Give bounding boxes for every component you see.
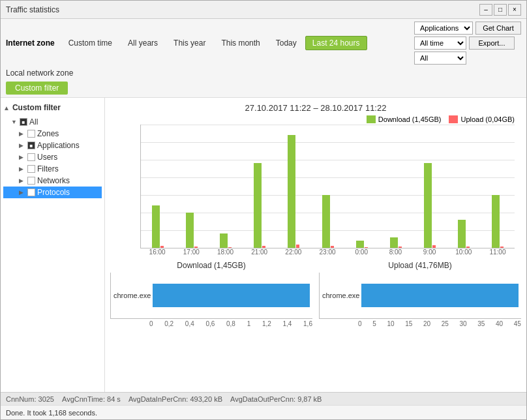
download-bar-2 — [220, 233, 228, 248]
bar-group-9 — [447, 125, 481, 248]
bar-group-4 — [277, 125, 310, 248]
status-message: Done. It took 1,168 seconds. — [6, 409, 97, 417]
tab-all-years[interactable]: All years — [121, 36, 165, 50]
tab-this-year[interactable]: This year — [166, 36, 213, 50]
collapse-icon: ▲ — [3, 104, 10, 112]
applications-checkbox[interactable]: ■ — [27, 142, 35, 149]
upload-bar-9 — [466, 247, 470, 248]
upload-bar-8 — [432, 245, 436, 248]
upload-x-labels: 0 5 10 15 20 25 30 35 40 45 — [319, 320, 521, 327]
legend-download-label: Download (1,45GB) — [378, 115, 442, 123]
filters-checkbox[interactable] — [27, 165, 35, 173]
tree-item-all-label: All — [29, 117, 38, 127]
download-chart-area: chrome.exe — [110, 273, 312, 319]
sidebar: ▲ Custom filter ▼ ■ All ▶ Zones ▶ ■ Appl… — [1, 98, 105, 392]
bar-group-1 — [175, 125, 209, 248]
tree-item-users[interactable]: ▶ Users — [3, 151, 102, 163]
bar-group-6 — [345, 125, 379, 248]
zones-checkbox[interactable] — [27, 130, 35, 138]
chart-legend: Download (1,45GB) Upload (0,04GB) — [110, 115, 515, 123]
bar-group-7 — [379, 125, 413, 248]
bar-chart — [140, 125, 515, 248]
tree-item-networks-label: Networks — [37, 176, 70, 185]
stats-bar: CnnNum: 3025 AvgCnnTime: 84 s AvgDataInP… — [1, 392, 526, 405]
all-checkbox[interactable]: ■ — [20, 118, 27, 126]
x-label-1: 17:00 — [174, 248, 208, 256]
export-button[interactable]: Export... — [469, 37, 515, 50]
download-x-labels: 0 0,2 0,4 0,6 0,8 1 1,2 1,4 1,6 — [110, 320, 312, 327]
expand-apps-icon: ▶ — [19, 142, 25, 149]
upload-bar-7 — [399, 247, 402, 248]
x-label-5: 23:00 — [310, 248, 344, 256]
x-axis-labels: 16:0017:0018:0021:0022:0023:000:008:009:… — [140, 248, 515, 256]
expand-icon: ▼ — [11, 119, 18, 125]
upload-chart-area: chrome.exe — [319, 273, 521, 319]
download-bar — [153, 284, 310, 307]
avg-cnn-time: AvgCnnTime: 84 s — [62, 395, 121, 403]
minimize-button[interactable]: – — [479, 4, 492, 16]
chart-date-range: 27.10.2017 11:22 – 28.10.2017 11:22 — [110, 103, 521, 113]
tree-item-protocols[interactable]: ▶ Protocols — [3, 187, 102, 198]
legend-upload-label: Upload (0,04GB) — [460, 115, 515, 123]
filter-row: Custom filter — [1, 79, 526, 97]
legend-upload-color — [449, 115, 458, 123]
legend-download-color — [367, 115, 376, 123]
top-toolbar-section: Internet zone Custom time All years This… — [1, 19, 526, 98]
download-bar-label: chrome.exe — [113, 292, 153, 299]
horizontal-charts: Download (1,45GB) chrome.exe 0 0,2 0,4 0… — [110, 261, 521, 387]
users-checkbox[interactable] — [27, 153, 35, 161]
download-bar-3 — [254, 163, 262, 248]
tree-item-all[interactable]: ▼ ■ All — [3, 116, 102, 128]
tab-custom-time[interactable]: Custom time — [61, 36, 119, 50]
content-area: 27.10.2017 11:22 – 28.10.2017 11:22 Down… — [105, 98, 526, 392]
maximize-button[interactable]: □ — [494, 4, 507, 16]
tree-item-applications[interactable]: ▶ ■ Applications — [3, 140, 102, 151]
applications-dropdown[interactable]: Applications — [414, 22, 473, 35]
sidebar-header-label: Custom filter — [12, 103, 61, 112]
bar-groups — [141, 125, 515, 248]
download-bar-0 — [152, 205, 160, 248]
tab-today[interactable]: Today — [269, 36, 304, 50]
download-bar-6 — [356, 241, 364, 248]
tree-item-zones[interactable]: ▶ Zones — [3, 128, 102, 140]
bar-group-5 — [310, 125, 344, 248]
internet-zone-row: Internet zone Custom time All years This… — [1, 19, 526, 67]
download-bar-row: chrome.exe — [113, 279, 310, 312]
x-label-0: 16:00 — [140, 248, 174, 256]
download-chart: Download (1,45GB) chrome.exe 0 0,2 0,4 0… — [110, 261, 312, 387]
expand-users-icon: ▶ — [19, 154, 25, 160]
upload-bar-0 — [160, 246, 164, 248]
sidebar-header[interactable]: ▲ Custom filter — [3, 103, 102, 112]
download-bar-4 — [288, 135, 295, 248]
window-controls: – □ × — [479, 4, 521, 16]
all-dropdown[interactable]: All — [414, 52, 466, 65]
expand-zones-icon: ▶ — [19, 130, 25, 137]
tab-this-month[interactable]: This month — [214, 36, 267, 50]
tree-item-filters[interactable]: ▶ Filters — [3, 163, 102, 175]
x-label-2: 18:00 — [208, 248, 242, 256]
tree-item-networks[interactable]: ▶ Networks — [3, 175, 102, 187]
custom-filter-button[interactable]: Custom filter — [6, 82, 68, 95]
upload-bar-3 — [262, 246, 265, 248]
upload-bar-2 — [228, 247, 232, 248]
networks-checkbox[interactable] — [27, 177, 35, 185]
upload-chart-title: Upload (41,76MB) — [319, 261, 521, 270]
get-chart-button[interactable]: Get Chart — [475, 22, 521, 35]
main-area: ▲ Custom filter ▼ ■ All ▶ Zones ▶ ■ Appl… — [1, 98, 526, 392]
upload-bar-10 — [500, 247, 504, 248]
tree-item-filters-label: Filters — [37, 164, 59, 173]
tree-item-applications-label: Applications — [37, 141, 80, 150]
x-label-7: 8:00 — [378, 248, 412, 256]
local-network-zone-link[interactable]: Local network zone — [6, 68, 73, 78]
download-bar-5 — [322, 195, 330, 248]
alltime-dropdown[interactable]: All time — [414, 37, 466, 50]
upload-bar-4 — [296, 245, 299, 248]
protocols-checkbox[interactable] — [27, 188, 35, 196]
close-button[interactable]: × — [508, 4, 521, 16]
main-window: Traffic statistics – □ × Internet zone C… — [0, 0, 527, 420]
tab-last-24h[interactable]: Last 24 hours — [305, 36, 367, 50]
x-label-9: 10:00 — [447, 248, 481, 256]
expand-protocols-icon: ▶ — [19, 189, 25, 196]
upload-bar-row: chrome.exe — [322, 279, 519, 312]
legend-upload: Upload (0,04GB) — [449, 115, 515, 123]
